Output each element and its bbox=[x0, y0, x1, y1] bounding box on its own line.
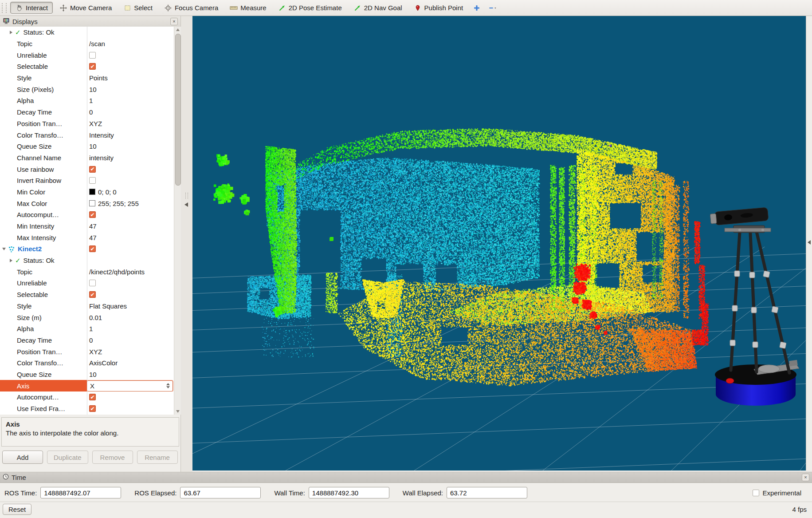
tool-focus-camera[interactable]: Focus Camera bbox=[159, 2, 223, 14]
axis-combobox[interactable]: X bbox=[87, 380, 173, 391]
property-value[interactable]: ✔ bbox=[87, 403, 174, 415]
property-value[interactable]: AxisColor bbox=[87, 357, 174, 369]
property-value[interactable]: 10 bbox=[87, 141, 174, 152]
value-text: 47 bbox=[89, 222, 97, 230]
spinner-arrows-icon[interactable] bbox=[166, 383, 173, 388]
scrollbar-thumb[interactable] bbox=[175, 34, 181, 186]
displays-panel-header: Displays × bbox=[0, 16, 180, 27]
combobox-value: X bbox=[90, 382, 166, 390]
property-value[interactable] bbox=[87, 175, 174, 186]
property-value[interactable]: XYZ bbox=[87, 346, 174, 357]
right-dock-handle[interactable] bbox=[806, 16, 812, 471]
expand-down-icon[interactable] bbox=[2, 248, 6, 250]
property-value[interactable]: /kinect2/qhd/points bbox=[87, 266, 174, 277]
property-value[interactable]: X bbox=[87, 380, 174, 391]
color-swatch[interactable] bbox=[89, 200, 95, 206]
ros-elapsed-input[interactable] bbox=[180, 487, 261, 498]
scroll-up-icon[interactable] bbox=[176, 28, 180, 31]
value-text: 0 bbox=[89, 336, 93, 344]
color-swatch[interactable] bbox=[89, 189, 95, 195]
property-value[interactable]: 255; 255; 255 bbox=[87, 198, 174, 209]
property-value[interactable] bbox=[87, 255, 174, 266]
property-value[interactable]: ✔ bbox=[87, 391, 174, 403]
property-value[interactable] bbox=[87, 49, 174, 61]
checkbox-checked-icon[interactable]: ✔ bbox=[89, 291, 96, 298]
3d-viewport[interactable] bbox=[192, 16, 806, 471]
tool-interact[interactable]: Interact bbox=[10, 2, 53, 14]
tool-2d-pose-estimate[interactable]: 2D Pose Estimate bbox=[273, 2, 347, 14]
tool-label: 2D Nav Goal bbox=[364, 4, 402, 12]
tool-move-camera[interactable]: Move Camera bbox=[55, 2, 117, 14]
property-value[interactable]: 10 bbox=[87, 83, 174, 95]
collapse-right-icon[interactable] bbox=[808, 240, 811, 245]
property-value[interactable]: ✔ bbox=[87, 61, 174, 72]
property-value[interactable]: 0 bbox=[87, 335, 174, 346]
panel-splitter[interactable] bbox=[181, 16, 192, 472]
value-text: Intensity bbox=[89, 131, 114, 139]
expand-right-icon[interactable] bbox=[10, 31, 12, 34]
property-value[interactable]: 0.01 bbox=[87, 312, 174, 323]
time-fields: ROS Time:ROS Elapsed:Wall Time:Wall Elap… bbox=[0, 484, 812, 502]
checkbox-checked-icon[interactable]: ✔ bbox=[89, 405, 96, 412]
property-value[interactable]: Intensity bbox=[87, 129, 174, 141]
value-text: XYZ bbox=[89, 120, 102, 127]
checkbox-checked-icon[interactable]: ✔ bbox=[89, 245, 96, 252]
add-button[interactable]: Add bbox=[2, 451, 43, 464]
property-description: Axis The axis to interpolate the color a… bbox=[1, 417, 179, 447]
duplicate-button: Duplicate bbox=[47, 451, 88, 464]
tree-scrollbar[interactable] bbox=[174, 27, 181, 415]
property-value[interactable]: XYZ bbox=[87, 118, 174, 130]
property-value[interactable]: /scan bbox=[87, 38, 174, 50]
tool-label: Move Camera bbox=[70, 4, 112, 12]
tool-2d-nav-goal[interactable]: 2D Nav Goal bbox=[349, 2, 407, 14]
time-close-icon[interactable]: × bbox=[802, 474, 809, 481]
checkbox-checked-icon[interactable]: ✔ bbox=[89, 63, 96, 70]
tool-remove-tool-icon[interactable] bbox=[486, 2, 500, 14]
property-label: Status: Ok bbox=[24, 28, 55, 36]
reset-button[interactable]: Reset bbox=[3, 504, 31, 515]
property-value[interactable]: intensity bbox=[87, 152, 174, 164]
property-value[interactable]: ✔ bbox=[87, 289, 174, 301]
property-value[interactable]: 47 bbox=[87, 221, 174, 232]
tool-add-tool-icon[interactable] bbox=[470, 2, 484, 14]
property-value[interactable]: 0; 0; 0 bbox=[87, 186, 174, 198]
time-panel-title: Time bbox=[12, 474, 799, 481]
property-value[interactable]: 47 bbox=[87, 232, 174, 243]
tool-select[interactable]: Select bbox=[118, 2, 157, 14]
checkbox-checked-icon[interactable]: ✔ bbox=[89, 394, 96, 400]
wall-elapsed-input[interactable] bbox=[447, 487, 527, 498]
splitter-grip[interactable] bbox=[185, 193, 188, 199]
expand-right-icon[interactable] bbox=[10, 259, 12, 262]
property-value[interactable]: 1 bbox=[87, 323, 174, 335]
property-value[interactable]: ✔ bbox=[87, 163, 174, 175]
tool-publish-point[interactable]: Publish Point bbox=[409, 2, 468, 14]
checkbox-checked-icon[interactable]: ✔ bbox=[89, 166, 96, 173]
scroll-down-icon[interactable] bbox=[176, 410, 180, 413]
interact-hand-icon bbox=[15, 4, 23, 12]
ros-time-input[interactable] bbox=[40, 487, 121, 498]
property-label: Alpha bbox=[17, 325, 34, 332]
property-value[interactable]: 1 bbox=[87, 95, 174, 107]
displays-close-icon[interactable]: × bbox=[170, 18, 178, 25]
property-value[interactable]: ✔ bbox=[87, 209, 174, 221]
checkbox-unchecked-icon[interactable] bbox=[89, 280, 96, 286]
collapse-left-icon[interactable] bbox=[184, 202, 188, 207]
wall-time-input[interactable] bbox=[309, 487, 389, 498]
property-value[interactable]: 10 bbox=[87, 369, 174, 380]
property-value[interactable]: Points bbox=[87, 72, 174, 84]
tool-measure[interactable]: Measure bbox=[225, 2, 271, 14]
value-text: XYZ bbox=[89, 348, 102, 356]
checkbox-unchecked-icon[interactable] bbox=[89, 52, 96, 59]
property-label: Unreliable bbox=[17, 279, 47, 287]
property-value[interactable] bbox=[87, 27, 174, 38]
checkbox-checked-icon[interactable]: ✔ bbox=[89, 211, 96, 218]
move-camera-icon bbox=[59, 4, 67, 12]
property-value[interactable]: Flat Squares bbox=[87, 301, 174, 312]
toolbar-drag-handle[interactable] bbox=[2, 3, 7, 13]
property-value[interactable]: 0 bbox=[87, 107, 174, 118]
experimental-checkbox[interactable] bbox=[753, 490, 759, 496]
property-value[interactable]: ✔ bbox=[87, 243, 174, 255]
checkbox-unchecked-icon[interactable] bbox=[89, 177, 96, 184]
property-value[interactable] bbox=[87, 277, 174, 289]
property-label: Selectable bbox=[17, 63, 48, 70]
